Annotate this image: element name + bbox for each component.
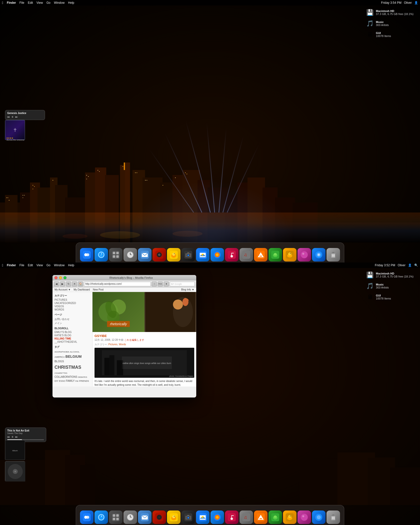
itunes-controls-top[interactable]: ⏮ ⏸ ⏭ — [7, 116, 43, 118]
music-drive-icon-bottom[interactable]: 🎵 Music 303 Artists — [364, 281, 415, 291]
pause-btn-top[interactable]: ⏸ — [11, 116, 14, 118]
tag-christmas[interactable]: CHRISTMAS — [54, 365, 81, 370]
dock-firefox-bottom[interactable] — [210, 510, 224, 524]
ff-search-bar[interactable]: G+ Google — [170, 282, 195, 286]
next-btn-bottom[interactable]: ⏭ — [15, 436, 18, 438]
menu-file-bottom[interactable]: File — [20, 264, 24, 267]
tag-blogs[interactable]: BLOGS — [54, 360, 64, 363]
menu-edit-bottom[interactable]: Edit — [28, 264, 33, 267]
menu-edit-top[interactable]: Edit — [28, 1, 33, 4]
tag-fbi[interactable]: FBI — [75, 380, 78, 382]
tag-debates[interactable]: DEBATES — [78, 376, 87, 378]
ff-minimize-btn[interactable] — [59, 276, 62, 279]
dock-adium-top[interactable] — [283, 248, 296, 262]
gui-drive-icon-top[interactable]: 🖥 GUI 10078 Items — [364, 30, 415, 40]
dock-firefox-top[interactable] — [210, 248, 224, 262]
ff-cat-link-pictures[interactable]: Pictures — [108, 343, 118, 346]
dock-camera-bottom[interactable] — [182, 510, 195, 524]
macintosh-hd-icon-top[interactable]: 💾 Macintosh HD 37.3 GB, 6.75 GB free (18… — [364, 8, 415, 18]
ff-cat-words[interactable]: WORDS — [54, 308, 90, 311]
tag-collaborations[interactable]: COLLABORATIONS — [54, 376, 77, 378]
prev-btn-top[interactable]: ⏮ — [7, 116, 10, 118]
dock-duck-top[interactable] — [167, 248, 180, 262]
menu-finder-bottom[interactable]: Finder — [7, 264, 16, 267]
menu-go-bottom[interactable]: Go — [46, 264, 50, 267]
dock-finder-top[interactable] — [80, 248, 94, 262]
dock-dvd-top[interactable] — [152, 248, 166, 262]
ff-cat-link-words[interactable]: Words — [119, 343, 126, 346]
dock-vlc-top[interactable] — [254, 248, 268, 262]
dock-trash-bottom[interactable] — [326, 510, 340, 524]
tag-cigarettes[interactable]: CIGARETTES — [54, 372, 67, 374]
menu-view-top[interactable]: View — [36, 1, 43, 4]
dock-lastfm-top[interactable]: ♫ — [240, 248, 253, 262]
ff-blog-info[interactable]: Blog Info ▼ — [181, 288, 194, 291]
tag-alcohol[interactable]: ALCOHOL — [70, 351, 80, 353]
ff-edit-link[interactable]: これを編集します — [124, 338, 144, 341]
apple-menu-bottom[interactable]:  — [2, 263, 3, 267]
dock-itunes-bottom[interactable] — [225, 510, 238, 524]
tag-friends[interactable]: FRIENDS — [79, 380, 89, 382]
pause-btn-bottom[interactable]: ⏸ — [11, 436, 14, 438]
dock-mail-top[interactable] — [138, 248, 152, 262]
dock-adium-gecko-top[interactable] — [268, 248, 282, 262]
dock-macos-bottom[interactable] — [312, 510, 326, 524]
dock-ball-top[interactable] — [298, 248, 311, 262]
tag-family[interactable]: FAMILY — [66, 380, 75, 382]
ff-page-main[interactable]: メイン — [54, 322, 90, 325]
menu-view-bottom[interactable]: View — [36, 264, 43, 267]
dock-gecko-bottom[interactable] — [268, 510, 282, 524]
ff-wp-dashboard[interactable]: My Dashboard — [74, 288, 90, 291]
dock-adium-bottom[interactable] — [283, 510, 296, 524]
dock-camera-top[interactable] — [182, 248, 195, 262]
ff-page-contact[interactable]: お問い合わせ — [54, 318, 90, 321]
ff-maximize-btn[interactable] — [64, 276, 66, 279]
dock-finder-bottom[interactable] — [80, 510, 94, 524]
ff-reload-btn[interactable]: ↻ — [66, 282, 71, 286]
dock-duck-bottom[interactable] — [167, 510, 180, 524]
dock-itunes-top[interactable] — [225, 248, 238, 262]
menu-help-bottom[interactable]: Help — [68, 264, 74, 267]
menu-file-top[interactable]: File — [20, 1, 24, 4]
tag-agoraphobia[interactable]: AGORAPHOBIA — [54, 351, 69, 353]
tag-belgium[interactable]: BELGIUM — [66, 354, 82, 358]
ff-close-btn[interactable] — [54, 276, 58, 279]
dock-safari-bottom[interactable] — [94, 510, 108, 524]
ff-blog-emily[interactable]: EMILY'S BLOG — [54, 331, 90, 334]
ff-blog-katie[interactable]: KATIE'S BLOG — [54, 334, 90, 337]
menu-window-bottom[interactable]: Window — [54, 264, 65, 267]
ff-forward-btn[interactable]: ▶ — [60, 282, 65, 286]
music-drive-icon-top[interactable]: 🎵 Music 303 Artists — [364, 18, 415, 28]
ff-blog-killing[interactable]: KILLING TIME — [54, 337, 90, 340]
ff-bookmark-btn[interactable]: ☆ — [152, 282, 157, 286]
ff-cat-pictures[interactable]: PICTURES — [54, 298, 90, 301]
dock-mail-bottom[interactable] — [138, 510, 152, 524]
tag-diy[interactable]: DIY — [54, 380, 58, 382]
ff-wp-account[interactable]: My Account ▼ — [54, 288, 70, 291]
tag-america[interactable]: AMERICA — [54, 356, 65, 358]
dock-iphoto-bottom[interactable] — [196, 510, 210, 524]
ff-url-dropdown[interactable]: ▾ — [164, 282, 169, 286]
ff-rss-btn[interactable]: RSS — [158, 282, 163, 286]
ff-stop-btn[interactable]: ✕ — [72, 282, 77, 286]
dock-safari-top[interactable] — [94, 248, 108, 262]
dock-clock-bottom[interactable] — [124, 510, 137, 524]
dock-lastfm-bottom[interactable]: ♫ — [240, 510, 253, 524]
ff-back-btn[interactable]: ◀ — [54, 282, 59, 286]
macintosh-hd-icon-bottom[interactable]: 💾 Macintosh HD 37.3 GB, 6.75 GB free (18… — [364, 270, 415, 280]
ff-url-bar[interactable]: http://rhetorically.wordpress.com/ — [84, 282, 151, 286]
dock-trash-top[interactable] — [326, 248, 340, 262]
search-icon-bottom[interactable]: 🔍 — [414, 264, 418, 267]
ff-cat-uncategorized[interactable]: UNCATEGORIZED — [54, 302, 90, 304]
apple-menu-top[interactable]:  — [2, 1, 3, 5]
ff-wp-newpost[interactable]: New Post — [93, 288, 104, 291]
dock-iphoto-top[interactable] — [196, 248, 210, 262]
dock-clock-top[interactable] — [124, 248, 137, 262]
ff-cat-videos[interactable]: VIDEOS — [54, 305, 90, 308]
dock-exposé-top[interactable] — [109, 248, 122, 262]
dock-dvd-bottom[interactable] — [152, 510, 166, 524]
next-btn-top[interactable]: ⏭ — [15, 116, 18, 118]
ff-home-btn[interactable]: 🏠 — [78, 282, 83, 286]
menu-finder-top[interactable]: Finder — [7, 1, 16, 4]
dock-vlc-bottom[interactable] — [254, 510, 268, 524]
